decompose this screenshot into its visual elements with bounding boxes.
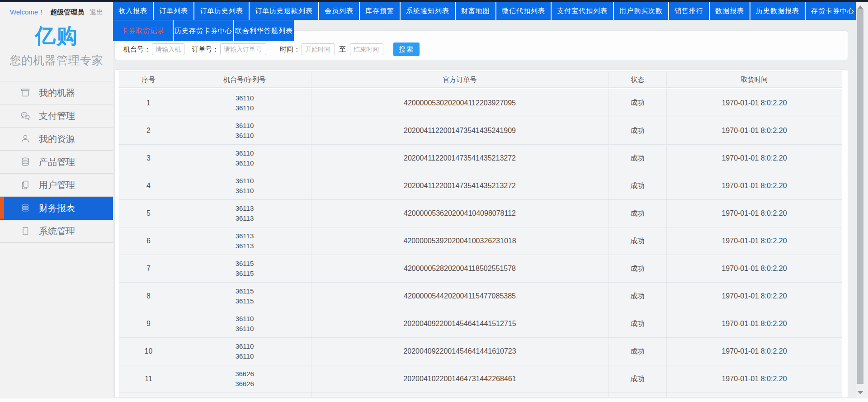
nav-tab-2[interactable]: 订单列表 (154, 2, 194, 20)
cell-status: 成功 (609, 89, 667, 117)
top-nav-bar: 收入报表订单列表订单历史列表订单历史退款列表会员列表库存预警系统通知列表财富地图… (113, 2, 856, 20)
cell-pickup-time: 1970-01-01 8:0:2.20 (667, 117, 842, 144)
cell-order-no: 2020041022001464731442268461 (311, 365, 609, 393)
cell-machine-serial: 3611036110 (178, 338, 311, 365)
nav-tab-4[interactable]: 订单历史退款列表 (250, 2, 319, 20)
cell-pickup-time: 1970-01-01 8:0:2.20 (667, 255, 842, 282)
table-row: 3 3611036110 202004112200147354143521327… (119, 144, 842, 172)
machine-no-input[interactable] (152, 43, 184, 55)
cell-order-no: 4200000539202004100326231018 (311, 227, 609, 255)
table-row: 11 3662636626 20200410220014647314422684… (119, 365, 842, 393)
nav-tab-6[interactable]: 库存预警 (360, 2, 401, 20)
start-time-input[interactable] (302, 43, 335, 55)
table-row: 2 3611036110 202004112200147354143524190… (119, 117, 842, 144)
sub-tab-2[interactable]: 历史存货卡券中心 (174, 20, 234, 41)
cell-machine-serial: 3611336113 (178, 227, 311, 255)
cell-machine-serial: 3611036110 (178, 89, 311, 117)
nav-tab-9[interactable]: 微信代扣列表 (496, 2, 552, 20)
nav-tab-8[interactable]: 财富地图 (456, 2, 496, 20)
cell-order-no: 2020041122001473541435241909 (311, 117, 609, 144)
table-column-header: 序号 (119, 72, 178, 87)
nav-tab-14[interactable]: 历史数据报表 (750, 2, 806, 20)
table-column-header: 取货时间 (667, 72, 842, 87)
brand-tagline: 您的机器管理专家 (0, 53, 113, 68)
cell-machine-serial (178, 393, 311, 398)
scrollbar-thumb[interactable] (857, 9, 863, 384)
table-column-header: 机台号/序列号 (178, 72, 311, 87)
brand-logo: 亿购 (0, 22, 113, 50)
cell-pickup-time: 1970-01-01 8:0:2.20 (667, 145, 842, 172)
sub-tab-bar: 卡券取货记录历史存货卡券中心联合利华答题列表 (113, 20, 294, 41)
table-panel: 序号机台号/序列号官方订单号状态取货时间 1 3611036110 420000… (114, 69, 848, 398)
cell-status (609, 393, 667, 398)
table-header-row: 序号机台号/序列号官方订单号状态取货时间 (119, 71, 842, 88)
nav-tab-15[interactable]: 存货卡券中心 (806, 2, 856, 20)
machine-no-label: 机台号： (123, 45, 151, 54)
order-no-input[interactable] (220, 43, 266, 55)
cell-order-no: 2020041122001473541435213272 (311, 145, 609, 172)
cell-index: 5 (119, 200, 178, 227)
scroll-down-icon[interactable] (858, 391, 863, 394)
horizontal-scrollbar-track[interactable] (0, 398, 868, 402)
table-row: 4 3611036110 202004112200147354143521327… (119, 172, 842, 199)
scroll-up-icon[interactable] (858, 5, 863, 9)
cell-index: 8 (119, 283, 178, 310)
cell-order-no: 2020040922001454641441512715 (311, 310, 609, 337)
search-button[interactable]: 搜索 (393, 43, 420, 56)
cell-pickup-time: 1970-01-01 8:0:2.20 (667, 200, 842, 227)
wechat-pay-icon (20, 110, 31, 121)
cell-machine-serial: 3611036110 (178, 310, 311, 337)
cell-index: 1 (119, 89, 178, 117)
nav-tab-1[interactable]: 收入报表 (113, 2, 154, 20)
cell-index: 3 (119, 145, 178, 172)
cell-pickup-time: 1970-01-01 8:0:2.20 (667, 338, 842, 365)
nav-tab-12[interactable]: 销售排行 (669, 2, 710, 20)
sidebar-item-2[interactable]: 支付管理 (0, 104, 113, 128)
sub-tab-1[interactable]: 卡券取货记录 (113, 20, 174, 41)
cell-pickup-time (667, 393, 842, 398)
nav-tab-11[interactable]: 用户购买次数 (614, 2, 669, 20)
search-form: 机台号： 订单号： 时间： 至 搜索 (123, 43, 420, 56)
vertical-scrollbar[interactable] (856, 2, 868, 398)
cell-status: 成功 (609, 310, 667, 337)
cell-machine-serial: 3662636626 (178, 365, 311, 393)
cell-machine-serial: 3611336113 (178, 200, 311, 227)
sidebar-item-1[interactable]: 我的机器 (0, 81, 113, 104)
table-row: 10 3611036110 20200409220014546414416107… (119, 337, 842, 365)
copy-files-icon (20, 180, 31, 190)
sub-tab-3[interactable]: 联合利华答题列表 (234, 20, 294, 41)
nav-tab-5[interactable]: 会员列表 (319, 2, 360, 20)
sidebar-item-3[interactable]: 我的资源 (0, 128, 113, 151)
cell-pickup-time: 1970-01-01 8:0:2.20 (667, 227, 842, 255)
end-time-input[interactable] (350, 43, 383, 55)
window-top-border (0, 0, 868, 2)
cell-index: 4 (119, 172, 178, 199)
cell-status: 成功 (609, 255, 667, 282)
sidebar-item-6[interactable]: 财务报表 (0, 197, 113, 220)
nav-tab-3[interactable]: 订单历史列表 (194, 2, 250, 20)
sidebar-item-5[interactable]: 用户管理 (0, 174, 113, 197)
cell-status: 成功 (609, 172, 667, 199)
cell-order-no: 2020041122001473541435213272 (311, 172, 609, 199)
cell-pickup-time: 1970-01-01 8:0:2.20 (667, 283, 842, 310)
cell-machine-serial: 3611036110 (178, 145, 311, 172)
sidebar-item-7[interactable]: 系统管理 (0, 220, 113, 243)
cell-order-no: 4200000536202004104098078112 (311, 200, 609, 227)
table-row: 7 3611536115 420000052820200411850255157… (119, 255, 842, 282)
nav-tab-7[interactable]: 系统通知列表 (401, 2, 456, 20)
finance-bars-icon (20, 203, 31, 213)
sidebar-menu: 我的机器 支付管理 我的资源 产品管理 用户管理 财务报表 系统管理 (0, 81, 113, 243)
welcome-text: Welcome！ (10, 8, 45, 17)
machine-box-icon (20, 87, 31, 98)
cell-order-no: 2020040922001454641441610723 (311, 338, 609, 365)
table-row: 9 3611036110 202004092200145464144151271… (119, 310, 842, 337)
cell-status: 成功 (609, 200, 667, 227)
sidebar-item-4[interactable]: 产品管理 (0, 151, 113, 174)
table-column-header: 状态 (609, 72, 667, 87)
nav-tab-13[interactable]: 数据报表 (710, 2, 750, 20)
cell-status: 成功 (609, 117, 667, 144)
records-table: 序号机台号/序列号官方订单号状态取货时间 1 3611036110 420000… (119, 71, 842, 398)
nav-tab-10[interactable]: 支付宝代扣列表 (552, 2, 614, 20)
cell-pickup-time: 1970-01-01 8:0:2.20 (667, 310, 842, 337)
logout-link[interactable]: 退出 (90, 8, 103, 17)
